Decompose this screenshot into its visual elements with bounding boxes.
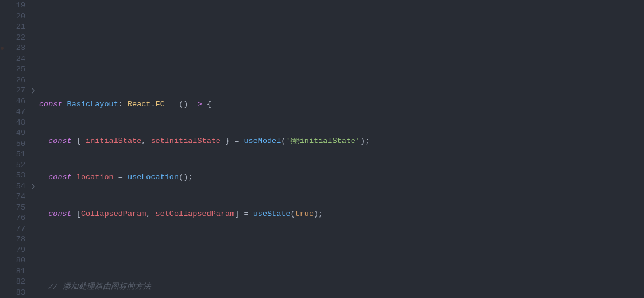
line-number[interactable]: 27 <box>5 86 25 96</box>
line-number[interactable]: 22 <box>5 33 25 44</box>
line-number[interactable]: 52 <box>5 160 25 171</box>
code-area[interactable]: const BasicLayout: React.FC = () => { co… <box>38 0 644 298</box>
line-number[interactable]: 25 <box>5 64 25 75</box>
code-line[interactable]: const { initialState, setInitialState } … <box>38 136 644 147</box>
code-line[interactable] <box>38 245 644 256</box>
line-number[interactable]: 23 <box>5 43 25 54</box>
breakpoint-margin[interactable] <box>0 0 5 298</box>
line-number-gutter[interactable]: 19 20 21 22 23 24 25 26 27 46 47 48 49 5… <box>5 0 29 298</box>
line-number[interactable]: 82 <box>5 277 25 288</box>
line-number[interactable]: 80 <box>5 256 25 266</box>
vertical-scrollbar[interactable] <box>637 0 644 298</box>
code-line[interactable] <box>38 26 644 37</box>
line-number[interactable]: 47 <box>5 107 25 118</box>
line-number[interactable]: 79 <box>5 245 25 256</box>
line-number[interactable]: 24 <box>5 54 25 65</box>
line-number[interactable]: 51 <box>5 149 25 160</box>
line-number[interactable]: 76 <box>5 213 25 224</box>
line-number[interactable]: 77 <box>5 224 25 235</box>
line-number[interactable]: 46 <box>5 96 25 107</box>
fold-toggle-icon[interactable] <box>29 181 38 192</box>
line-number[interactable]: 81 <box>5 266 25 277</box>
code-editor[interactable]: 19 20 21 22 23 24 25 26 27 46 47 48 49 5… <box>0 0 644 298</box>
code-line[interactable]: const location = useLocation(); <box>38 172 644 183</box>
line-number[interactable]: 74 <box>5 192 25 203</box>
line-number[interactable]: 21 <box>5 22 25 33</box>
line-number[interactable]: 48 <box>5 118 25 129</box>
code-line[interactable] <box>38 63 644 74</box>
code-line[interactable]: const [CollapsedParam, setCollapsedParam… <box>38 209 644 220</box>
line-number[interactable]: 49 <box>5 128 25 139</box>
line-number[interactable]: 26 <box>5 75 25 86</box>
line-number[interactable]: 78 <box>5 234 25 245</box>
line-number[interactable]: 54 <box>5 181 25 192</box>
line-number[interactable]: 20 <box>5 11 25 22</box>
fold-toggle-icon[interactable] <box>29 86 38 96</box>
line-number[interactable]: 53 <box>5 171 25 181</box>
line-number[interactable]: 83 <box>5 288 25 299</box>
line-number[interactable]: 19 <box>5 1 25 11</box>
code-line[interactable]: // 添加处理路由图标的方法 <box>38 282 644 293</box>
fold-gutter[interactable] <box>29 0 38 298</box>
line-number[interactable]: 75 <box>5 203 25 214</box>
line-number[interactable]: 50 <box>5 139 25 150</box>
breakpoint-marker[interactable] <box>0 43 5 54</box>
code-line[interactable]: const BasicLayout: React.FC = () => { <box>38 99 644 110</box>
